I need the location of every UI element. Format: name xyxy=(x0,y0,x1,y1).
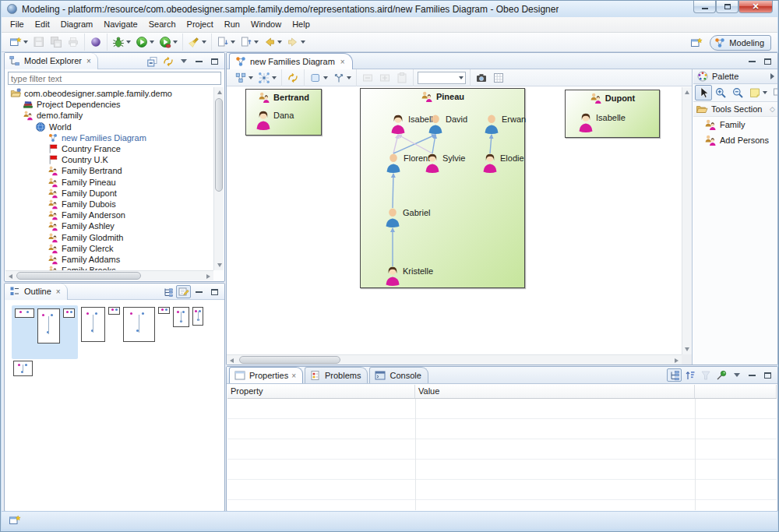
menu-window[interactable]: Window xyxy=(245,17,287,32)
tree-item-family-glodmith[interactable]: Family Glodmith xyxy=(5,231,213,242)
palette-expand-icon[interactable] xyxy=(770,73,774,79)
next-annotation-button[interactable] xyxy=(214,34,238,50)
grid-button[interactable] xyxy=(490,70,507,86)
person-isabelle[interactable]: Isabelle xyxy=(578,112,594,132)
forward-button[interactable] xyxy=(284,34,308,50)
new-wizard-button[interactable] xyxy=(7,34,30,50)
family-dupont[interactable]: DupontIsabelle xyxy=(565,90,660,138)
outline-thumbnail[interactable] xyxy=(173,307,189,327)
section-pin-icon[interactable]: ◇ xyxy=(770,105,775,113)
minimize-button[interactable] xyxy=(693,1,716,13)
debug-button[interactable] xyxy=(110,34,133,50)
canvas-horizontal-scrollbar[interactable] xyxy=(227,354,682,365)
filters-button[interactable] xyxy=(330,70,354,86)
search-button[interactable] xyxy=(185,34,209,50)
back-button[interactable] xyxy=(261,34,284,50)
filter-button[interactable] xyxy=(698,368,713,382)
outline-thumbnail[interactable] xyxy=(192,307,203,326)
outline-thumbnail[interactable] xyxy=(123,307,155,342)
thumbnail-view-button[interactable] xyxy=(176,285,191,298)
hide-button[interactable] xyxy=(359,70,376,86)
menu-run[interactable]: Run xyxy=(219,17,245,32)
maximize-view-button[interactable] xyxy=(207,55,222,68)
minimize-view-button[interactable] xyxy=(192,285,206,298)
align-button[interactable] xyxy=(256,70,279,86)
maximize-button[interactable] xyxy=(716,1,738,13)
interpreter-button[interactable] xyxy=(87,34,104,50)
column-property[interactable]: Property xyxy=(227,385,415,398)
person-sylvie[interactable]: Sylvie xyxy=(425,153,440,173)
collapse-all-button[interactable] xyxy=(145,55,160,68)
tree-item-family-dubois[interactable]: Family Dubois xyxy=(5,199,213,210)
palette-item-add-persons[interactable]: Add Persons xyxy=(693,132,777,148)
family-pineau[interactable]: PineauIsabelleDavidErwanFlorentSylvieElo… xyxy=(360,88,525,288)
model-explorer-tab[interactable]: Model Explorer × xyxy=(5,53,98,69)
outline-thumbnail[interactable] xyxy=(63,308,75,318)
palette-header[interactable]: Palette xyxy=(693,69,777,84)
explorer-horizontal-scrollbar[interactable] xyxy=(5,270,213,280)
close-view-icon[interactable]: × xyxy=(291,372,296,380)
export-image-button[interactable] xyxy=(473,70,490,86)
person-david[interactable]: David xyxy=(428,114,443,134)
outline-thumbnail[interactable] xyxy=(13,361,33,376)
view-menu-button[interactable] xyxy=(176,55,191,68)
close-button[interactable]: ✕ xyxy=(738,1,773,13)
maximize-view-button[interactable] xyxy=(760,368,775,382)
tree-item-com-obeodesigner-sample-family-demo[interactable]: com.obeodesigner.sample.family.demo xyxy=(5,88,213,99)
previous-annotation-button[interactable] xyxy=(238,34,261,50)
family-bertrand[interactable]: BertrandDana xyxy=(245,89,322,136)
outline-thumbnail[interactable] xyxy=(37,308,60,344)
maximize-editor-button[interactable] xyxy=(760,55,775,68)
tree-item-country-france[interactable]: Country France xyxy=(5,143,213,154)
zoom-in-tool[interactable] xyxy=(712,85,729,100)
sort-button[interactable] xyxy=(682,368,697,382)
column-value[interactable]: Value xyxy=(415,385,695,398)
tree-item-country-u-k[interactable]: Country U.K xyxy=(5,154,213,165)
open-perspective-button[interactable] xyxy=(688,35,705,51)
print-button[interactable] xyxy=(65,34,82,50)
view-menu-button[interactable] xyxy=(729,368,744,382)
tree-mode-button[interactable] xyxy=(667,368,682,382)
menu-navigate[interactable]: Navigate xyxy=(98,17,143,32)
tree-item-new-families-diagram[interactable]: new Families Diagram xyxy=(5,132,213,143)
tab-console[interactable]: Console xyxy=(369,367,428,383)
minimize-editor-button[interactable] xyxy=(745,55,760,68)
tree-item-demo-family[interactable]: demo.family xyxy=(5,110,213,121)
tree-view-button[interactable] xyxy=(160,285,175,298)
tree-item-family-ashley[interactable]: Family Ashley xyxy=(5,220,213,231)
select-tool[interactable] xyxy=(695,85,712,100)
note-tool[interactable] xyxy=(746,85,770,100)
person-gabriel[interactable]: Gabriel xyxy=(385,207,400,227)
tree-item-family-brooks[interactable]: Family Brooks xyxy=(5,265,213,270)
tree-item-family-dupont[interactable]: Family Dupont xyxy=(5,188,213,199)
save-button[interactable] xyxy=(30,34,48,50)
maximize-view-button[interactable] xyxy=(207,285,222,298)
menu-file[interactable]: File xyxy=(5,17,30,32)
tree-item-family-pineau[interactable]: Family Pineau xyxy=(5,177,213,188)
zoom-out-tool[interactable] xyxy=(729,85,746,100)
filter-input[interactable] xyxy=(8,72,221,85)
zoom-combo[interactable] xyxy=(418,72,466,84)
save-all-button[interactable] xyxy=(48,34,65,50)
reveal-button[interactable] xyxy=(376,70,393,86)
person-elodie[interactable]: Elodie xyxy=(482,153,498,173)
close-view-icon[interactable]: × xyxy=(56,287,61,296)
refresh-button[interactable] xyxy=(284,70,301,86)
pin-button[interactable] xyxy=(714,368,728,382)
outline-thumbnail[interactable] xyxy=(81,307,105,342)
tree-item-family-anderson[interactable]: Family Anderson xyxy=(5,210,213,220)
menu-edit[interactable]: Edit xyxy=(30,17,55,32)
person-erwan[interactable]: Erwan xyxy=(484,114,499,134)
person-kristelle[interactable]: Kristelle xyxy=(385,266,400,286)
outline-thumbnail[interactable] xyxy=(15,308,34,318)
palette-item-family[interactable]: Family xyxy=(693,117,777,132)
outline-thumbnail[interactable] xyxy=(108,307,120,315)
close-editor-icon[interactable]: × xyxy=(340,58,345,66)
menu-diagram[interactable]: Diagram xyxy=(55,17,99,32)
close-view-icon[interactable]: × xyxy=(86,57,91,65)
arrange-button[interactable] xyxy=(232,70,256,86)
minimize-view-button[interactable] xyxy=(745,368,760,382)
palette-section-header[interactable]: Tools Section ◇ xyxy=(693,102,777,117)
paste-button[interactable] xyxy=(393,70,411,86)
tab-problems[interactable]: Problems xyxy=(305,367,368,383)
